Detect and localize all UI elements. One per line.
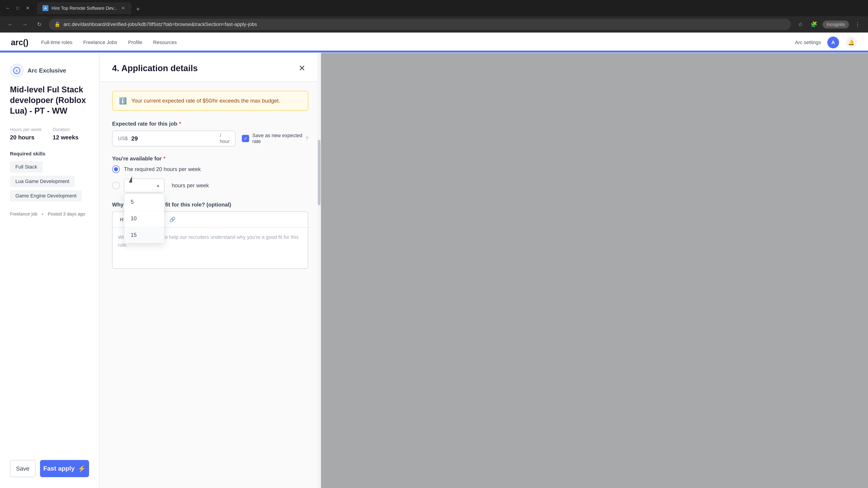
skill-lua: Lua Game Development	[10, 176, 74, 187]
notifications-button[interactable]: 🔔	[845, 37, 857, 48]
forward-button[interactable]: →	[20, 20, 30, 29]
save-rate-checkbox[interactable]: ✓	[242, 135, 249, 142]
radio-required[interactable]	[112, 165, 120, 173]
duration-label: Duration	[53, 127, 89, 132]
job-meta-grid: Hours per week 20 hours Duration 12 week…	[10, 127, 89, 141]
browser-toolbar: ← → ↻ 🔒 arc.dev/dashboard/d/verified-job…	[0, 16, 868, 33]
back-button[interactable]: ←	[5, 20, 16, 29]
minimize-button[interactable]: ─	[4, 5, 11, 11]
url-text: arc.dev/dashboard/d/verified-jobs/kdb78f…	[64, 22, 785, 27]
help-icon[interactable]: ?	[306, 135, 308, 141]
hours-dropdown[interactable]: ▲	[124, 178, 164, 193]
dropdown-item-5[interactable]: 5	[124, 194, 164, 210]
rate-input[interactable]	[131, 135, 216, 142]
incognito-badge: Incognito	[823, 21, 849, 29]
window-controls: ─ □ ✕	[4, 5, 31, 11]
nav-links: Full-time roles Freelance Jobs Profile R…	[41, 39, 177, 45]
right-scroll-thumb[interactable]	[318, 140, 320, 205]
extensions-button[interactable]: 🧩	[809, 20, 819, 29]
site-navbar: arc() Full-time roles Freelance Jobs Pro…	[0, 33, 868, 53]
tab-bar: A Hire Top Remote Software Dev... ✕ +	[33, 2, 864, 14]
hours-per-week-text: hours per week	[172, 182, 209, 189]
job-type: Freelance job	[10, 212, 37, 217]
availability-label: You're available for *	[112, 156, 308, 162]
nav-profile[interactable]: Profile	[128, 39, 142, 45]
lightning-icon: ⚡	[78, 465, 86, 473]
website-content: arc() Full-time roles Freelance Jobs Pro…	[0, 33, 868, 488]
alert-box: ℹ️ Your current expected rate of $50/hr …	[112, 91, 308, 111]
hours-meta: Hours per week 20 hours	[10, 127, 46, 141]
tab-favicon: A	[42, 5, 49, 11]
maximize-button[interactable]: □	[14, 5, 21, 11]
company-logo: a	[10, 64, 24, 77]
modal-overlay: a Arc Exclusive Mid-level Ful Stack deve…	[0, 53, 868, 488]
fast-apply-label: Fast apply	[43, 465, 74, 472]
close-window-button[interactable]: ✕	[24, 5, 31, 11]
posted-date: Posted 3 days ago	[48, 212, 85, 217]
dropdown-arrow-icon: ▲	[156, 183, 160, 188]
availability-section: You're available for * The required 20 h…	[112, 156, 308, 193]
tab-title: Hire Top Remote Software Dev...	[52, 6, 117, 11]
main-area: a Arc Exclusive Mid-level Ful Stack deve…	[0, 53, 868, 488]
required-star: *	[179, 121, 181, 127]
hours-value: 20 hours	[10, 134, 46, 141]
job-title: Mid-level Ful Stack developoer (Roblox L…	[10, 85, 89, 116]
right-panel: 4. Application details ✕ ℹ️ Your current…	[99, 53, 321, 488]
nav-resources[interactable]: Resources	[153, 39, 177, 45]
fast-apply-button[interactable]: Fast apply ⚡	[40, 460, 89, 477]
link-tool[interactable]: 🔗	[168, 215, 177, 224]
expected-rate-label: Expected rate for this job *	[112, 121, 308, 127]
active-tab[interactable]: A Hire Top Remote Software Dev... ✕	[37, 2, 131, 14]
browser-titlebar: ─ □ ✕ A Hire Top Remote Software Dev... …	[0, 0, 868, 16]
company-badge: a Arc Exclusive	[10, 64, 89, 77]
progress-bar-container	[0, 51, 868, 53]
bookmark-button[interactable]: ☆	[796, 20, 805, 29]
modal-header: 4. Application details ✕	[99, 53, 321, 82]
nav-right: Arc settings A 🔔	[795, 37, 857, 48]
skill-full-stack: Full Stack	[10, 161, 43, 173]
arc-settings-label[interactable]: Arc settings	[795, 39, 821, 45]
left-panel: a Arc Exclusive Mid-level Ful Stack deve…	[0, 53, 99, 488]
dropdown-menu: 5 10 15	[124, 193, 164, 243]
rate-input-row: US$ / hour ✓ Save as new expected rate ?	[112, 131, 308, 147]
dropdown-item-10[interactable]: 10	[124, 210, 164, 227]
nav-freelance[interactable]: Freelance Jobs	[83, 39, 117, 45]
toolbar-icons: ☆ 🧩 Incognito ⋮	[796, 20, 863, 29]
browser-frame: ─ □ ✕ A Hire Top Remote Software Dev... …	[0, 0, 868, 488]
radio-custom[interactable]	[112, 182, 120, 189]
footer-separator	[42, 214, 43, 215]
alert-text: Your current expected rate of $50/hr exc…	[131, 97, 280, 105]
profile-avatar[interactable]: A	[827, 37, 839, 48]
radio-required-label: The required 20 hours per week	[124, 166, 201, 172]
availability-star: *	[163, 156, 165, 162]
hours-label: Hours per week	[10, 127, 46, 132]
dropdown-item-15[interactable]: 15	[124, 227, 164, 243]
address-bar[interactable]: 🔒 arc.dev/dashboard/d/verified-jobs/kdb7…	[49, 19, 791, 30]
nav-full-time[interactable]: Full-time roles	[41, 39, 72, 45]
new-tab-button[interactable]: +	[133, 4, 143, 14]
reload-button[interactable]: ↻	[34, 20, 44, 29]
svg-text:a: a	[16, 69, 18, 72]
right-scrollbar	[317, 53, 321, 488]
save-rate-label: Save as new expected rate	[252, 133, 303, 144]
radio-option-required: The required 20 hours per week	[112, 165, 308, 173]
save-rate-check: ✓ Save as new expected rate ?	[242, 133, 308, 144]
skills-container: Full Stack Lua Game Development Game Eng…	[10, 161, 89, 201]
logo-text: arc()	[11, 38, 29, 47]
radio-option-custom: ▲ 5 10 15 hou	[112, 178, 308, 193]
tab-close-button[interactable]: ✕	[121, 5, 126, 11]
modal-title: 4. Application details	[112, 64, 198, 73]
skill-game-engine: Game Engine Development	[10, 190, 82, 201]
skills-section-title: Required skills	[10, 151, 89, 157]
arc-logo-icon: a	[13, 66, 21, 74]
menu-button[interactable]: ⋮	[852, 20, 863, 29]
duration-meta: Duration 12 weeks	[53, 127, 89, 141]
progress-bar-fill	[0, 51, 868, 53]
radio-dot	[114, 167, 118, 171]
close-modal-button[interactable]: ✕	[296, 62, 308, 74]
rate-input-box[interactable]: US$ / hour	[112, 131, 236, 147]
alert-icon: ℹ️	[119, 97, 127, 105]
save-button[interactable]: Save	[10, 460, 35, 477]
currency-label: US$	[118, 135, 128, 141]
site-logo: arc()	[11, 38, 29, 47]
